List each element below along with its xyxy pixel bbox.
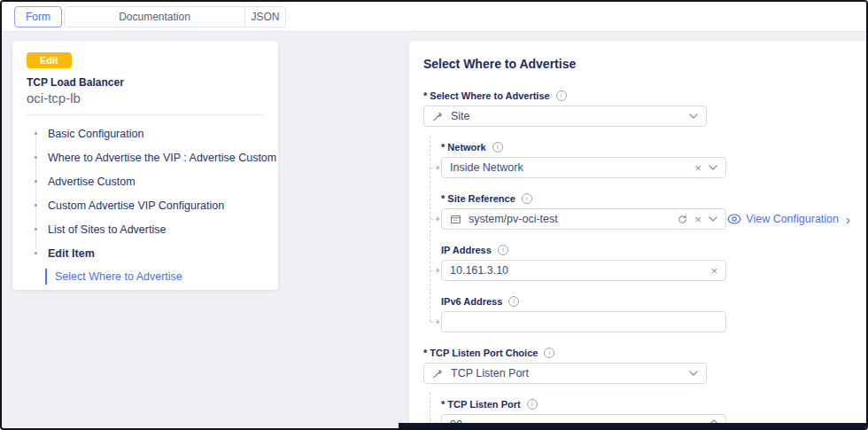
form-section-nav: Basic Configuration Where to Advertise t… <box>27 121 264 285</box>
sidebar-item-label: Edit Item <box>48 247 95 260</box>
chevron-down-icon <box>689 371 698 376</box>
site-settings-group: * Network i Inside Network × * Site Refe… <box>441 142 852 332</box>
tcp-listen-port-field: * TCP Listen Port i × <box>441 399 852 423</box>
tcp-listen-port-choice-dropdown[interactable]: TCP Listen Port <box>423 363 707 384</box>
network-field: * Network i Inside Network × <box>441 142 852 178</box>
tcp-listen-port-input-wrap: × <box>441 414 726 423</box>
network-label: * Network <box>441 142 486 152</box>
sidebar-item-label: Where to Advertise the VIP : Advertise C… <box>48 152 276 164</box>
sidebar-item-label: Advertise Custom <box>48 176 136 188</box>
clear-icon[interactable]: × <box>694 162 701 174</box>
tcp-listen-port-group: * TCP Listen Port i × <box>441 399 852 423</box>
tcp-listen-port-label: * TCP Listen Port <box>441 399 521 410</box>
active-section-label: Select Where to Advertise <box>55 270 182 283</box>
site-reference-label: * Site Reference <box>441 193 515 204</box>
info-icon[interactable]: i <box>527 399 538 410</box>
edit-status-badge: Edit <box>27 52 72 68</box>
select-where-value: Site <box>451 110 682 122</box>
view-configuration-link[interactable]: View Configuration › <box>727 213 852 226</box>
tcp-listen-port-choice-value: TCP Listen Port <box>451 367 682 379</box>
chevron-down-icon <box>709 216 717 222</box>
sidebar-item-basic-configuration[interactable]: Basic Configuration <box>27 121 264 145</box>
ipv6-address-field: IPv6 Address i <box>441 296 852 332</box>
info-icon[interactable]: i <box>498 245 508 255</box>
ipv6-address-input[interactable] <box>450 316 717 328</box>
info-icon[interactable]: i <box>544 348 554 358</box>
chevron-down-icon <box>709 165 717 170</box>
site-reference-dropdown[interactable]: system/pv-oci-test × <box>441 208 726 230</box>
sidebar-item-custom-advertise-vip[interactable]: Custom Advertise VIP Configuration <box>27 193 264 217</box>
clear-icon[interactable]: × <box>710 265 717 277</box>
select-where-dropdown[interactable]: Site <box>423 106 707 127</box>
tcp-listen-port-choice-label: * TCP Listen Port Choice <box>423 348 538 358</box>
tree-dot-icon <box>35 156 37 159</box>
divider <box>27 114 264 115</box>
eye-icon <box>727 214 741 224</box>
select-where-label: * Select Where to Advertise <box>423 90 550 101</box>
sidebar-item-label: List of Sites to Advertise <box>48 223 166 236</box>
sidebar-item-advertise-custom[interactable]: Advertise Custom <box>27 169 264 193</box>
chevron-right-icon: › <box>846 213 850 226</box>
tab-json[interactable]: JSON <box>245 6 286 27</box>
tcp-listen-port-choice-field: * TCP Listen Port Choice i TCP Listen Po… <box>423 348 852 384</box>
sidebar-item-select-where-to-advertise-active[interactable]: Select Where to Advertise <box>45 269 264 285</box>
object-name: oci-tcp-lb <box>27 90 264 106</box>
ipv6-address-label: IPv6 Address <box>441 296 502 307</box>
tree-dot-icon <box>35 180 37 183</box>
site-reference-field: * Site Reference i system/pv-oci-test × <box>441 193 852 230</box>
tree-dot-icon <box>35 132 37 135</box>
sidebar-item-list-of-sites[interactable]: List of Sites to Advertise <box>27 217 264 241</box>
sidebar-item-where-to-advertise[interactable]: Where to Advertise the VIP : Advertise C… <box>27 145 264 169</box>
tab-form[interactable]: Form <box>14 6 62 27</box>
ipv6-address-input-wrap <box>441 311 726 332</box>
one-of-choice-icon <box>432 368 444 379</box>
tab-documentation[interactable]: Documentation <box>64 6 245 27</box>
bottom-edge-bar <box>399 423 866 428</box>
ip-address-field: IP Address i × <box>441 245 852 281</box>
info-icon[interactable]: i <box>492 142 503 152</box>
panel-heading: Select Where to Advertise <box>423 57 852 71</box>
sidebar-item-label: Custom Advertise VIP Configuration <box>48 199 224 212</box>
info-icon[interactable]: i <box>508 296 519 307</box>
view-mode-tab-bar: Form Documentation JSON <box>2 2 866 32</box>
sidebar-item-label: Basic Configuration <box>48 128 143 140</box>
select-where-field: * Select Where to Advertise i Site <box>423 90 852 127</box>
ip-address-label: IP Address <box>441 245 492 255</box>
object-summary-panel: Edit TCP Load Balancer oci-tcp-lb Basic … <box>12 41 278 290</box>
chevron-down-icon <box>689 113 698 119</box>
info-icon[interactable]: i <box>522 193 532 204</box>
one-of-choice-icon <box>432 111 444 122</box>
network-dropdown[interactable]: Inside Network × <box>441 157 726 178</box>
info-icon[interactable]: i <box>556 90 567 101</box>
app-window: Form Documentation JSON Edit TCP Load Ba… <box>0 0 868 430</box>
view-configuration-label: View Configuration <box>746 213 839 225</box>
site-reference-value: system/pv-oci-test <box>469 213 670 225</box>
sidebar-item-edit-item[interactable]: Edit Item <box>27 241 264 265</box>
ip-address-input[interactable] <box>450 264 703 277</box>
select-where-to-advertise-panel: Select Where to Advertise * Select Where… <box>409 41 866 423</box>
reference-object-icon <box>450 214 461 225</box>
object-type-label: TCP Load Balancer <box>27 76 264 89</box>
refresh-icon[interactable] <box>678 215 687 224</box>
network-value: Inside Network <box>450 161 687 174</box>
clear-icon[interactable]: × <box>694 214 701 225</box>
tree-dot-icon <box>35 228 37 231</box>
tree-dot-icon <box>35 252 37 254</box>
ip-address-input-wrap: × <box>441 260 726 281</box>
tree-dot-icon <box>35 204 37 207</box>
